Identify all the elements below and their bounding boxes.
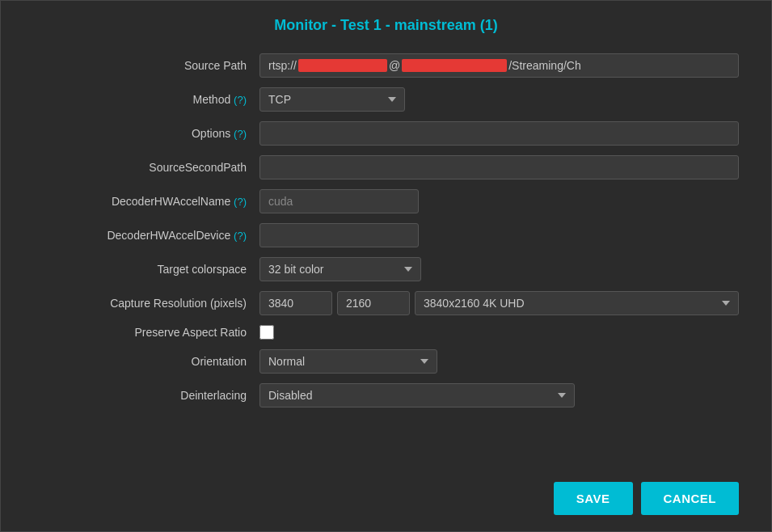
source-path-prefix: rtsp:// [268,59,297,72]
source-path-label: Source Path [33,59,259,72]
capture-height-input[interactable] [337,291,410,315]
preserve-aspect-ratio-checkbox[interactable] [259,325,274,340]
capture-resolution-row: Capture Resolution (pixels) 3840x2160 4K… [33,291,739,315]
orientation-select[interactable]: Normal Rotate 90° Rotate 180° Rotate 270… [259,349,437,374]
dialog-footer: SAVE CANCEL [33,469,739,515]
target-colorspace-row: Target colorspace 32 bit color 24 bit co… [33,257,739,281]
method-help[interactable]: (?) [234,94,247,106]
options-label: Options (?) [33,127,259,140]
form-area: Source Path rtsp:// @ /Streaming/Ch Meth… [33,53,739,469]
decoder-hw-accel-name-label: DecoderHWAccelName (?) [33,195,259,208]
decoder-hw-accel-name-input[interactable] [259,189,419,213]
preserve-aspect-ratio-row: Preserve Aspect Ratio [33,325,739,340]
decoder-hw-accel-device-label: DecoderHWAccelDevice (?) [33,229,259,242]
source-second-path-row: SourceSecondPath [33,155,739,179]
save-button[interactable]: SAVE [554,482,633,515]
decoder-hw-accel-device-input[interactable] [259,223,419,247]
preserve-aspect-ratio-label: Preserve Aspect Ratio [33,326,259,339]
source-path-redacted-1 [298,59,387,72]
dialog-title: Monitor - Test 1 - mainstream (1) [33,17,739,34]
orientation-label: Orientation [33,355,259,368]
deinterlacing-select[interactable]: Disabled Enabled Force [259,383,575,407]
decoder-hw-accel-device-row: DecoderHWAccelDevice (?) [33,223,739,247]
source-second-path-label: SourceSecondPath [33,161,259,174]
options-input[interactable] [259,121,739,146]
options-row: Options (?) [33,121,739,146]
capture-controls: 3840x2160 4K UHD 1920x1080 Full HD 1280x… [259,291,739,315]
deinterlacing-label: Deinterlacing [33,389,259,402]
source-path-display[interactable]: rtsp:// @ /Streaming/Ch [259,53,739,78]
cancel-button[interactable]: CANCEL [641,482,740,515]
source-path-suffix: /Streaming/Ch [508,59,580,72]
source-path-redacted-2 [402,59,507,72]
deinterlacing-row: Deinterlacing Disabled Enabled Force [33,383,739,407]
capture-width-input[interactable] [259,291,332,315]
capture-resolution-label: Capture Resolution (pixels) [33,297,259,310]
source-path-row: Source Path rtsp:// @ /Streaming/Ch [33,53,739,78]
decoder-hw-accel-name-help[interactable]: (?) [234,196,247,208]
target-colorspace-select[interactable]: 32 bit color 24 bit color 8 bit greyscal… [259,257,421,281]
target-colorspace-label: Target colorspace [33,263,259,276]
method-select[interactable]: TCP UDP HTTP [259,87,405,112]
source-second-path-input[interactable] [259,155,739,179]
source-path-at: @ [389,59,400,72]
decoder-hw-accel-device-help[interactable]: (?) [234,230,247,242]
method-label: Method (?) [33,93,259,106]
options-help[interactable]: (?) [234,128,247,140]
decoder-hw-accel-name-row: DecoderHWAccelName (?) [33,189,739,213]
orientation-row: Orientation Normal Rotate 90° Rotate 180… [33,349,739,374]
method-row: Method (?) TCP UDP HTTP [33,87,739,112]
monitor-dialog: Monitor - Test 1 - mainstream (1) Source… [0,0,772,532]
capture-preset-select[interactable]: 3840x2160 4K UHD 1920x1080 Full HD 1280x… [415,291,739,315]
